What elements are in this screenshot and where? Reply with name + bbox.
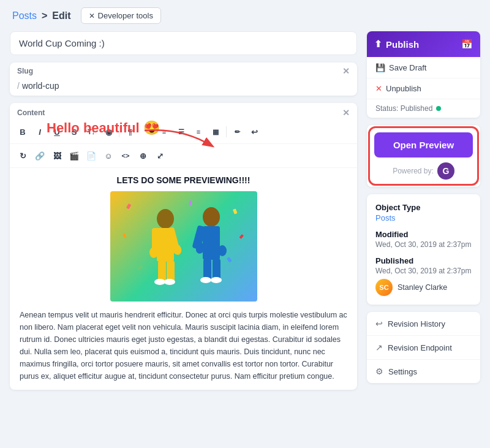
- open-preview-button[interactable]: Open Preview: [374, 132, 473, 158]
- editor-headline: LETS DO SOME PREVIEWING!!!!: [20, 175, 347, 185]
- meta-card: Object Type Posts Modified Wed, Oct 30, …: [367, 194, 480, 305]
- publish-card: ⬆ Publish 📅 💾 Save Draft ✕ Unpublish Sta…: [367, 31, 480, 118]
- calendar-icon: 📅: [461, 39, 473, 50]
- file-button[interactable]: 📄: [83, 148, 99, 164]
- svg-rect-24: [227, 257, 232, 262]
- breadcrumb-separator: >: [42, 10, 47, 21]
- svg-rect-22: [233, 208, 237, 214]
- color-button[interactable]: ◉: [100, 124, 116, 140]
- object-type-label: Object Type: [375, 203, 472, 212]
- dev-tools-button[interactable]: ✕ Developer tools: [81, 7, 161, 24]
- published-label: Published: [375, 256, 472, 265]
- status-text: Status: Published: [375, 104, 432, 113]
- content-close-icon[interactable]: ✕: [342, 108, 350, 118]
- svg-point-11: [203, 207, 220, 227]
- publish-label: Publish: [386, 39, 419, 50]
- svg-point-20: [211, 277, 222, 283]
- quote-button[interactable]: ❝: [139, 124, 155, 140]
- revision-history-item[interactable]: ↩ Revision History: [367, 312, 480, 336]
- underline-button[interactable]: U: [49, 124, 65, 140]
- paragraph-button[interactable]: ¶: [122, 124, 138, 140]
- strikethrough-button[interactable]: S: [66, 124, 82, 140]
- gatsby-logo: G: [437, 162, 454, 180]
- link-button[interactable]: 🔗: [32, 148, 48, 164]
- svg-rect-14: [211, 226, 220, 249]
- unpublish-icon: ✕: [375, 84, 382, 93]
- author-avatar: SC: [375, 279, 393, 296]
- unordered-list-button[interactable]: ≡: [190, 124, 206, 140]
- settings-item[interactable]: ⚙ Settings: [367, 360, 480, 383]
- status-dot: [436, 106, 441, 111]
- code-button[interactable]: <>: [118, 148, 134, 164]
- dev-tools-label: Developer tools: [98, 11, 153, 20]
- settings-icon: ⚙: [375, 366, 383, 376]
- undo-button[interactable]: ↩: [246, 124, 262, 140]
- revision-history-label: Revision History: [388, 319, 445, 328]
- slug-close-icon[interactable]: ✕: [342, 66, 350, 76]
- save-draft-button[interactable]: 💾 Save Draft: [367, 58, 480, 78]
- author-name: Stanley Clarke: [398, 283, 447, 292]
- svg-rect-26: [123, 233, 127, 238]
- toolbar-separator: [119, 126, 119, 137]
- svg-point-10: [164, 279, 175, 285]
- status-row: Status: Published: [367, 99, 480, 118]
- powered-by-label: Powered by:: [393, 167, 434, 175]
- italic-button[interactable]: I: [32, 124, 48, 140]
- svg-rect-15: [203, 259, 211, 280]
- author-row: SC Stanley Clarke: [375, 279, 472, 296]
- preview-card: Open Preview Powered by: G: [367, 125, 480, 187]
- svg-point-18: [218, 245, 227, 256]
- image-button[interactable]: 🖼: [49, 148, 65, 164]
- text-size-button[interactable]: T↕: [83, 124, 99, 140]
- publish-button[interactable]: ⬆ Publish 📅: [367, 31, 480, 57]
- breadcrumb-edit: Edit: [52, 10, 70, 21]
- svg-rect-5: [158, 260, 166, 282]
- published-value: Wed, Oct 30, 2019 at 2:37pm: [375, 267, 472, 275]
- editor-image: [110, 191, 257, 302]
- highlight-button[interactable]: ✏: [229, 124, 245, 140]
- editor-body-text: Aenean tempus velit ut mauris hendrerit …: [20, 309, 347, 382]
- table-button[interactable]: ▦: [208, 124, 224, 140]
- share-button[interactable]: ⊕: [135, 148, 151, 164]
- svg-rect-25: [189, 200, 192, 205]
- object-type-field: Object Type Posts: [375, 203, 472, 222]
- upload-icon: ⬆: [374, 39, 382, 50]
- svg-rect-16: [213, 259, 221, 280]
- modified-field: Modified Wed, Oct 30, 2019 at 2:37pm: [375, 230, 472, 249]
- revision-history-icon: ↩: [375, 319, 383, 328]
- revision-endpoint-item[interactable]: ↗ Revision Endpoint: [367, 336, 480, 360]
- redo-button[interactable]: ↻: [15, 148, 31, 164]
- slug-label: Slug: [17, 67, 33, 75]
- video-button[interactable]: 🎬: [66, 148, 82, 164]
- toolbar-separator-2: [226, 126, 227, 137]
- published-field: Published Wed, Oct 30, 2019 at 2:37pm SC…: [375, 256, 472, 296]
- svg-point-9: [154, 279, 165, 285]
- emoji-button[interactable]: ☺: [100, 148, 116, 164]
- svg-point-1: [157, 209, 174, 229]
- actions-card: ↩ Revision History ↗ Revision Endpoint ⚙…: [367, 312, 480, 383]
- save-draft-icon: 💾: [375, 63, 385, 72]
- svg-point-7: [149, 247, 158, 258]
- breadcrumb-posts[interactable]: Posts: [12, 10, 37, 21]
- title-input[interactable]: [10, 31, 357, 55]
- ordered-list-button[interactable]: ☰: [173, 124, 189, 140]
- svg-rect-23: [137, 265, 143, 270]
- object-type-value[interactable]: Posts: [375, 213, 472, 222]
- dev-tools-icon: ✕: [89, 12, 95, 20]
- slug-input[interactable]: [22, 81, 350, 91]
- svg-rect-27: [239, 234, 244, 239]
- svg-rect-21: [126, 203, 131, 209]
- svg-point-19: [200, 277, 211, 283]
- expand-button[interactable]: ⤢: [152, 148, 168, 164]
- revision-endpoint-icon: ↗: [375, 343, 383, 352]
- align-button[interactable]: ≡: [156, 124, 172, 140]
- save-draft-label: Save Draft: [389, 63, 426, 72]
- unpublish-label: Unpublish: [386, 84, 421, 93]
- editor-content-area[interactable]: LETS DO SOME PREVIEWING!!!!: [10, 168, 357, 390]
- modified-label: Modified: [375, 230, 472, 239]
- bold-button[interactable]: B: [15, 124, 31, 140]
- content-label: Content: [17, 108, 45, 117]
- unpublish-button[interactable]: ✕ Unpublish: [367, 78, 480, 99]
- svg-rect-6: [167, 260, 175, 282]
- slug-prefix: /: [17, 81, 20, 91]
